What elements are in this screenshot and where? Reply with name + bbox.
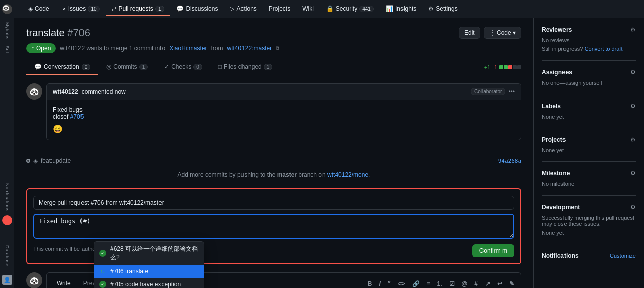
comment-box: wtt40122 commented now Collaborator ••• …: [46, 83, 521, 140]
merge-box: Fixed bugs (#) ✓ #628 可以给一个详细的部署文档么? ↑↓ …: [26, 188, 521, 264]
write-avatar: 🐼: [26, 272, 42, 288]
commenter-avatar: 🐼: [26, 83, 42, 100]
source-branch-link[interactable]: wtt40122:master: [227, 45, 272, 52]
labels-gear-icon[interactable]: ⚙: [630, 103, 636, 110]
tab-conversation[interactable]: 💬 Conversation 0: [26, 59, 98, 75]
commit-dot: [26, 159, 30, 163]
sidebar-milestone: Milestone ⚙ No milestone: [542, 170, 636, 196]
pr-title-row: translate #706 Edit ⋮ Code ▾: [26, 26, 521, 39]
dropdown-item-628[interactable]: ✓ #628 可以给一个详细的部署文档么?: [94, 242, 204, 265]
commits-icon: ◎: [106, 63, 111, 70]
nav-issues[interactable]: ⚬ Issues 10: [55, 2, 106, 16]
checks-icon: ✓: [164, 63, 169, 70]
ref-button[interactable]: #: [472, 279, 480, 288]
sidebar-projects: Projects ⚙ None yet: [542, 136, 636, 162]
dropdown-item-705[interactable]: ✓ #705 code have exception: [94, 278, 204, 288]
diff-sq-2: [504, 65, 508, 69]
issue-link[interactable]: #705: [70, 113, 84, 120]
tab-commits[interactable]: ◎ Commits 1: [98, 59, 156, 75]
nav-projects[interactable]: Projects: [263, 2, 296, 16]
attach-button[interactable]: ↗: [482, 279, 493, 288]
nav-code[interactable]: ◈ Code: [22, 2, 55, 16]
sidebar-assignees: Assignees ⚙ No one—assign yourself: [542, 69, 636, 94]
nav-settings[interactable]: ⚙ Settings: [422, 2, 463, 16]
main-content: ◈ Code ⚬ Issues 10 ⇄ Pull requests 1 💬 D…: [14, 0, 644, 288]
comment-menu-icon[interactable]: •••: [508, 88, 515, 95]
undo-button[interactable]: ↩: [495, 279, 505, 288]
target-branch-link[interactable]: XiaoHi:master: [169, 45, 207, 52]
unordered-list-button[interactable]: ≡: [424, 279, 433, 288]
diff-sq-4: [513, 65, 517, 69]
edit-button-2[interactable]: ✎: [507, 279, 517, 288]
diff-stats: +1 -1: [484, 59, 521, 75]
pr-main: translate #706 Edit ⋮ Code ▾ ↑ Open wtt4…: [14, 18, 533, 288]
tab-write[interactable]: Write: [51, 277, 77, 288]
discussions-icon: 💬: [176, 5, 184, 12]
insights-icon: 📊: [386, 5, 393, 12]
nav-security[interactable]: 🔒 Security 441: [320, 2, 380, 16]
nav-pullrequests[interactable]: ⇄ Pull requests 1: [106, 2, 171, 16]
development-gear-icon[interactable]: ⚙: [630, 204, 636, 211]
commit-left: ◈ feat:update: [26, 157, 71, 164]
edit-button[interactable]: Edit: [459, 27, 480, 39]
dropdown-item-706[interactable]: ↑↓ #706 translate: [94, 265, 204, 278]
reviewers-gear-icon[interactable]: ⚙: [630, 26, 636, 33]
tab-checks[interactable]: ✓ Checks 0: [156, 59, 210, 75]
customize-link[interactable]: Customize: [610, 253, 636, 259]
merge-title-input[interactable]: [33, 196, 514, 210]
diff-sq-5: [517, 65, 521, 69]
confirm-merge-button[interactable]: Confirm m: [472, 244, 514, 257]
ordered-list-button[interactable]: 1.: [435, 279, 445, 288]
files-icon: □: [218, 63, 222, 70]
sql-label: Sql: [5, 46, 10, 53]
top-nav: ◈ Code ⚬ Issues 10 ⇄ Pull requests 1 💬 D…: [14, 0, 644, 18]
item-706-text: #706 translate: [110, 268, 148, 275]
pr-tabs: 💬 Conversation 0 ◎ Commits 1 ✓ Checks 0 …: [26, 59, 521, 75]
comment-header-left: wtt40122 commented now: [53, 88, 126, 95]
nav-wiki[interactable]: Wiki: [296, 2, 320, 16]
code-dropdown-button[interactable]: ⋮ Code ▾: [484, 27, 521, 39]
commenter-name[interactable]: wtt40122: [53, 88, 78, 95]
database-label: Database: [5, 245, 10, 267]
user-icon[interactable]: 👤: [2, 275, 12, 285]
nav-actions[interactable]: ▷ Actions: [224, 2, 262, 16]
avatar[interactable]: 🐼: [2, 4, 12, 14]
projects-header: Projects ⚙: [542, 136, 636, 143]
task-list-button[interactable]: ☑: [447, 279, 457, 288]
milestone-gear-icon[interactable]: ⚙: [630, 170, 636, 177]
italic-button[interactable]: I: [376, 279, 383, 288]
nav-discussions[interactable]: 💬 Discussions: [170, 2, 224, 16]
pr-meta: ↑ Open wtt40122 wants to merge 1 commit …: [26, 43, 521, 53]
assignees-header: Assignees ⚙: [542, 69, 636, 76]
notifications-header: Notifications Customize: [542, 252, 636, 259]
commit-message: feat:update: [41, 157, 71, 164]
repo-link[interactable]: wtt40122/mone: [327, 171, 368, 178]
bold-button[interactable]: B: [365, 279, 375, 288]
mybatis-label: Mybatis: [5, 22, 10, 40]
comment-header: wtt40122 commented now Collaborator •••: [47, 84, 521, 100]
item-628-icon: ✓: [99, 250, 106, 257]
push-info: Add more commits by pushing to the maste…: [26, 167, 521, 182]
mention-button[interactable]: @: [459, 279, 470, 288]
link-button[interactable]: 🔗: [410, 279, 422, 288]
format-toolbar: B I ″ <> 🔗 ≡ 1. ☑ @ # ↗ ↩ ✎: [365, 277, 517, 288]
diff-sq-3: [508, 65, 512, 69]
branch-name: master: [277, 171, 297, 178]
quote-button[interactable]: ″: [385, 279, 393, 288]
notification-badge[interactable]: !: [2, 215, 12, 225]
diff-bar: [499, 65, 521, 69]
convert-draft-row: Still in progress? Convert to draft: [542, 45, 636, 52]
code-button[interactable]: <>: [395, 279, 408, 288]
nav-insights[interactable]: 📊 Insights: [380, 2, 422, 16]
commit-hash[interactable]: 94a268a: [498, 158, 521, 164]
merge-desc-container: Fixed bugs (#) ✓ #628 可以给一个详细的部署文档么? ↑↓ …: [33, 214, 514, 240]
convert-draft-link[interactable]: Convert to draft: [585, 46, 623, 52]
status-badge: ↑ Open: [26, 43, 56, 53]
merge-desc-input[interactable]: Fixed bugs (#): [33, 214, 514, 239]
diff-sq-1: [499, 65, 503, 69]
notifications-label: Notifications: [5, 183, 10, 212]
copy-icon[interactable]: ⧉: [276, 45, 279, 51]
tab-fileschanged[interactable]: □ Files changed 1: [210, 59, 281, 75]
projects-gear-icon[interactable]: ⚙: [630, 136, 636, 143]
assignees-gear-icon[interactable]: ⚙: [630, 69, 636, 76]
